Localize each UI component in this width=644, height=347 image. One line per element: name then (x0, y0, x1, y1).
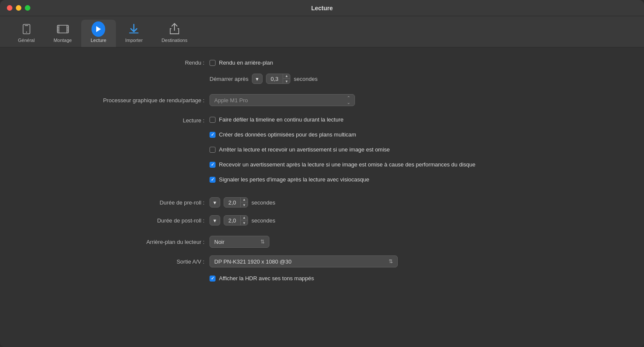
postroll-unit: secondes (251, 217, 275, 224)
phone-icon (20, 22, 33, 36)
toolbar: Général Montage (0, 16, 644, 47)
sortie-av-label: Sortie A/V : (17, 258, 210, 265)
svg-rect-1 (25, 25, 28, 26)
lecture-option-4: Signaler les pertes d'image après la lec… (210, 176, 476, 183)
rendu-label: Rendu : (17, 59, 210, 66)
content-area: Rendu : Rendu en arrière-plan Démarrer a… (0, 47, 644, 347)
close-button[interactable] (7, 5, 12, 11)
processeur-controls: Apple M1 Pro ⌃⌄ (210, 94, 627, 106)
demarrer-dropdown[interactable]: ▾ (252, 74, 263, 84)
demarrer-increment[interactable]: ▲ (283, 74, 290, 79)
lecture-checkbox-2[interactable] (210, 147, 216, 153)
share-icon (168, 22, 181, 36)
sortie-av-dropdown[interactable]: DP PN-K321 1920 x 1080 @30 ⇅ (210, 255, 398, 267)
titlebar: Lecture (0, 0, 644, 16)
svg-point-2 (26, 32, 27, 33)
lecture-checkbox-label-1: Créer des données optimisées pour des pl… (219, 131, 356, 138)
toolbar-item-importer[interactable]: Importer (116, 20, 152, 47)
hdr-row: Afficher la HDR avec ses tons mappés (17, 275, 627, 282)
lecture-checkbox-label-3: Recevoir un avertissement après la lectu… (219, 161, 476, 168)
postroll-row: Durée de post-roll : ▾ 2,0 ▲ ▼ secondes (17, 215, 627, 225)
demarrer-stepper[interactable]: 0,3 ▲ ▼ (266, 74, 290, 84)
toolbar-item-lecture[interactable]: Lecture (81, 20, 116, 47)
window-title: Lecture (311, 5, 333, 12)
hdr-checkbox-label: Afficher la HDR avec ses tons mappés (219, 275, 314, 282)
chevron-updown-icon-2: ⇅ (389, 258, 393, 264)
demarrer-value: 0,3 (266, 76, 283, 82)
processeur-dropdown[interactable]: Apple M1 Pro ⌃⌄ (210, 94, 355, 106)
processeur-value: Apple M1 Pro (214, 97, 248, 104)
demarrer-prefix: Démarrer après (210, 76, 248, 82)
demarrer-controls: Démarrer après ▾ 0,3 ▲ ▼ secondes (210, 74, 627, 84)
lecture-checkbox-4[interactable] (210, 177, 216, 183)
play-icon (92, 22, 105, 36)
preroll-label: Durée de pre-roll : (17, 199, 210, 206)
lecture-checkbox-3[interactable] (210, 162, 216, 168)
demarrer-unit: secondes (294, 76, 318, 82)
processeur-row: Processeur graphique de rendu/partage : … (17, 94, 627, 106)
arriere-plan-label: Arrière-plan du lecteur : (17, 239, 210, 245)
demarrer-decrement[interactable]: ▼ (283, 79, 290, 84)
arriere-plan-value: Noir (214, 239, 225, 245)
lecture-option-1: Créer des données optimisées pour des pl… (210, 131, 476, 138)
preroll-increment[interactable]: ▲ (241, 197, 248, 202)
rendu-controls: Rendu en arrière-plan (210, 59, 627, 66)
preroll-controls: ▾ 2,0 ▲ ▼ secondes (210, 197, 627, 208)
hdr-controls: Afficher la HDR avec ses tons mappés (210, 275, 627, 282)
lecture-checkboxes: Faire défiler la timeline en continu dur… (210, 116, 476, 187)
lecture-checkbox-label-0: Faire défiler la timeline en continu dur… (219, 116, 343, 123)
postroll-dropdown[interactable]: ▾ (210, 215, 220, 225)
chevron-down-icon: ⌃⌄ (347, 95, 350, 105)
download-icon (127, 22, 141, 36)
demarrer-row: Démarrer après ▾ 0,3 ▲ ▼ secondes (17, 74, 627, 84)
lecture-label: Lecture : (17, 116, 210, 124)
postroll-value: 2,0 (224, 217, 240, 224)
arriere-plan-dropdown[interactable]: Noir ⇅ (210, 236, 269, 248)
maximize-button[interactable] (25, 5, 30, 11)
toolbar-item-general[interactable]: Général (9, 20, 44, 47)
film-icon (56, 22, 70, 36)
rendu-checkbox-label: Rendu en arrière-plan (219, 59, 273, 66)
postroll-decrement[interactable]: ▼ (241, 220, 248, 225)
minimize-button[interactable] (16, 5, 21, 11)
rendu-row: Rendu : Rendu en arrière-plan (17, 59, 627, 66)
preroll-row: Durée de pre-roll : ▾ 2,0 ▲ ▼ secondes (17, 197, 627, 208)
preroll-decrement[interactable]: ▼ (241, 202, 248, 208)
arriere-plan-controls: Noir ⇅ (210, 236, 627, 248)
preroll-value: 2,0 (224, 199, 240, 206)
lecture-checkboxes-row: Lecture : Faire défiler la timeline en c… (17, 116, 627, 187)
lecture-option-0: Faire défiler la timeline en continu dur… (210, 116, 476, 123)
postroll-label: Durée de post-roll : (17, 217, 210, 224)
rendu-checkbox[interactable] (210, 60, 216, 66)
sortie-av-controls: DP PN-K321 1920 x 1080 @30 ⇅ (210, 255, 627, 267)
toolbar-label-general: Général (18, 38, 35, 43)
postroll-stepper[interactable]: 2,0 ▲ ▼ (224, 215, 248, 225)
sortie-av-row: Sortie A/V : DP PN-K321 1920 x 1080 @30 … (17, 255, 627, 267)
sortie-av-value: DP PN-K321 1920 x 1080 @30 (214, 258, 292, 265)
arriere-plan-row: Arrière-plan du lecteur : Noir ⇅ (17, 236, 627, 248)
toolbar-label-importer: Importer (125, 38, 143, 43)
lecture-checkbox-label-4: Signaler les pertes d'image après la lec… (219, 176, 369, 183)
processeur-label: Processeur graphique de rendu/partage : (17, 97, 210, 104)
preroll-unit: secondes (251, 199, 275, 206)
toolbar-label-montage: Montage (53, 38, 72, 43)
preroll-stepper[interactable]: 2,0 ▲ ▼ (224, 197, 248, 208)
lecture-checkbox-0[interactable] (210, 117, 216, 123)
lecture-option-3: Recevoir un avertissement après la lectu… (210, 161, 476, 168)
postroll-increment[interactable]: ▲ (241, 215, 248, 220)
postroll-controls: ▾ 2,0 ▲ ▼ secondes (210, 215, 627, 225)
lecture-checkbox-1[interactable] (210, 132, 216, 138)
main-window: Lecture Général (0, 0, 644, 347)
toolbar-label-destinations: Destinations (162, 38, 188, 43)
toolbar-item-destinations[interactable]: Destinations (152, 20, 197, 47)
svg-marker-14 (96, 26, 101, 32)
lecture-checkbox-label-2: Arrêter la lecture et recevoir un averti… (219, 146, 390, 153)
toolbar-label-lecture: Lecture (91, 38, 106, 43)
preroll-dropdown[interactable]: ▾ (210, 197, 220, 208)
lecture-option-2: Arrêter la lecture et recevoir un averti… (210, 146, 476, 153)
toolbar-item-montage[interactable]: Montage (44, 20, 81, 47)
hdr-checkbox[interactable] (210, 276, 216, 282)
chevron-updown-icon: ⇅ (260, 239, 265, 245)
window-controls (7, 5, 30, 11)
